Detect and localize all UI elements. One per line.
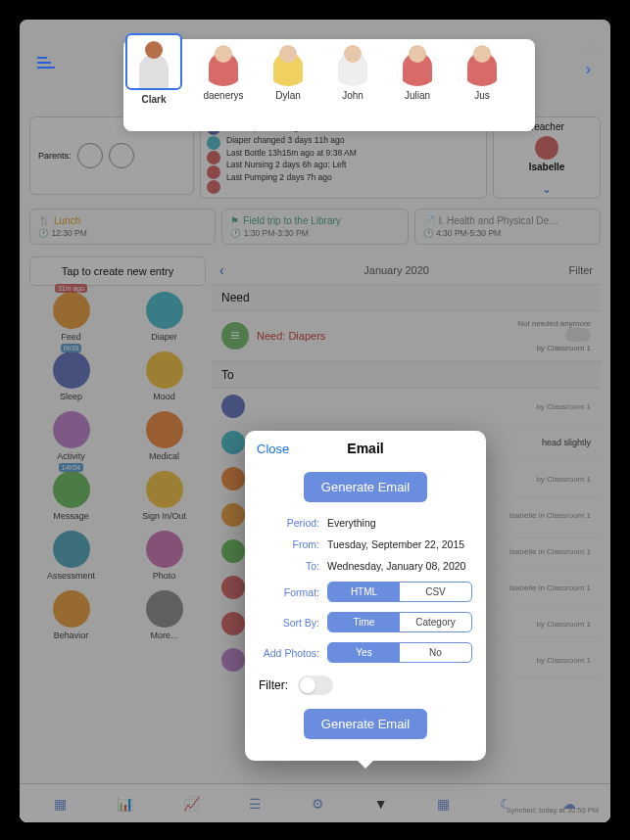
tab-growth-icon[interactable]: 📈 (183, 796, 200, 812)
entry-signinout[interactable]: Sign In/Out (122, 471, 206, 521)
child-jus[interactable]: Jus (459, 39, 506, 105)
entry-badge: 6h38 (61, 344, 82, 352)
entry-icon (146, 531, 183, 568)
activity-icon (221, 648, 245, 672)
sort-segment[interactable]: Time Category (327, 612, 472, 632)
clock-icon: 🕐 (38, 228, 49, 238)
teacher-avatar (535, 136, 558, 160)
medical-icon (221, 467, 245, 490)
child-clark[interactable]: Clark (125, 39, 182, 105)
from-value[interactable]: Tuesday, September 22, 2015 (327, 538, 472, 550)
feed-icon (221, 503, 245, 527)
generate-email-button-top[interactable]: Generate Email (304, 472, 427, 502)
entry-label: Assessment (29, 571, 113, 581)
email-popover: Close Email Generate Email Period: Every… (245, 431, 486, 761)
child-daenerys[interactable]: daenerys (200, 39, 247, 105)
sync-status: Synched: today at 10:50 PM (507, 806, 599, 815)
filter-toggle[interactable] (298, 676, 333, 695)
create-entry-header: Tap to create new entry (29, 257, 206, 286)
close-button[interactable]: Close (257, 442, 289, 456)
entry-icon (146, 351, 183, 389)
timeline-item[interactable]: by Classroom 1 (212, 389, 601, 425)
entry-sleep[interactable]: 6h38Sleep (29, 351, 113, 401)
photos-segment[interactable]: Yes No (327, 642, 472, 663)
entry-feed[interactable]: 31m agoFeed (29, 292, 113, 342)
popover-title: Email (347, 441, 383, 456)
tab-list-icon[interactable]: ☰ (249, 796, 262, 812)
photos-yes[interactable]: Yes (328, 643, 400, 662)
child-john[interactable]: John (329, 39, 376, 105)
entry-icon (53, 411, 90, 448)
entry-icon (53, 531, 90, 568)
sort-time[interactable]: Time (328, 613, 400, 631)
need-diapers-item[interactable]: ≡ Need: Diapers Not needed anymore by Cl… (212, 311, 601, 361)
parent-avatar-placeholder (77, 143, 103, 168)
to-label: To: (259, 560, 319, 572)
entry-behavior[interactable]: Behavior (29, 590, 113, 640)
entry-badge: 14h54 (59, 463, 83, 472)
sort-category[interactable]: Category (400, 613, 471, 631)
not-needed-label: Not needed anymore (517, 319, 591, 328)
tab-calendar-icon[interactable]: ▦ (437, 796, 450, 812)
entry-mood[interactable]: Mood (122, 351, 206, 401)
chevron-down-icon[interactable]: ⌄ (494, 182, 600, 196)
format-csv[interactable]: CSV (400, 583, 471, 601)
bottle-status-icon (207, 151, 220, 164)
entry-icon (146, 590, 183, 628)
child-julian[interactable]: Julian (394, 39, 441, 105)
filter-label: Filter: (259, 678, 288, 692)
to-value[interactable]: Wednesday, January 08, 2020 (327, 560, 472, 572)
month-title: January 2020 (363, 264, 429, 276)
bottom-tabbar: ▦ 📊 📈 ☰ ⚙ ▼ ▦ ☾ ☁ (20, 783, 610, 822)
today-section-header: To (212, 361, 601, 389)
period-value[interactable]: Everything (327, 517, 472, 529)
fork-icon: 🍴 (38, 215, 50, 226)
child-name: Dylan (265, 90, 312, 101)
entry-badge: 31m ago (55, 284, 87, 293)
schedule-health[interactable]: 📄I. Health and Physical De… 🕐 4:30 PM-5:… (414, 209, 601, 245)
entry-icon (146, 292, 183, 329)
entry-icon: 6h38 (53, 351, 90, 389)
need-text: Need: Diapers (257, 330, 509, 342)
diaper-icon (221, 431, 245, 454)
flag-icon: ⚑ (230, 215, 239, 226)
format-html[interactable]: HTML (328, 583, 400, 601)
schedule-lunch[interactable]: 🍴Lunch 🕐 12:30 PM (29, 209, 216, 245)
photos-label: Add Photos: (259, 647, 319, 659)
teacher-name: Isabelle (498, 162, 596, 172)
clock-icon: 🕐 (423, 228, 434, 238)
entry-activity[interactable]: Activity (29, 411, 113, 461)
tab-share-icon[interactable]: ▼ (374, 796, 388, 812)
entry-diaper[interactable]: Diaper (122, 292, 206, 342)
not-needed-toggle[interactable] (565, 328, 591, 342)
photos-no[interactable]: No (400, 643, 471, 662)
entry-label: Photo (122, 571, 206, 581)
entry-photo[interactable]: Photo (122, 531, 206, 581)
entry-label: Diaper (122, 332, 206, 342)
schedule-fieldtrip[interactable]: ⚑Field trip to the Library 🕐 1:30 PM-3:3… (221, 209, 408, 245)
entry-icon (146, 411, 183, 448)
entry-medical[interactable]: Medical (122, 411, 206, 461)
tab-chart-icon[interactable]: 📊 (117, 796, 133, 812)
generate-email-button-bottom[interactable]: Generate Email (304, 709, 427, 739)
feed-icon (221, 612, 245, 635)
list-icon: ≡ (221, 322, 249, 350)
tab-grid-icon[interactable]: ▦ (54, 796, 67, 812)
entry-label: Feed (29, 332, 113, 342)
entry-more[interactable]: More... (122, 590, 206, 640)
entry-assessment[interactable]: Assessment (29, 531, 113, 581)
entry-label: More... (122, 630, 206, 640)
feed-icon (221, 576, 245, 599)
month-back-button[interactable]: ‹ (219, 262, 224, 278)
child-dylan[interactable]: Dylan (265, 39, 312, 105)
child-name: Julian (394, 90, 441, 101)
filter-button[interactable]: Filter (569, 264, 593, 276)
sort-label: Sort By: (259, 617, 319, 629)
tab-settings-icon[interactable]: ⚙ (312, 796, 324, 812)
need-section-header: Need (212, 284, 601, 311)
format-segment[interactable]: HTML CSV (327, 582, 472, 602)
parent-avatar-placeholder (109, 143, 134, 168)
format-label: Format: (259, 586, 319, 598)
child-name: Clark (125, 94, 182, 105)
entry-message[interactable]: 14h54Message (29, 471, 113, 521)
